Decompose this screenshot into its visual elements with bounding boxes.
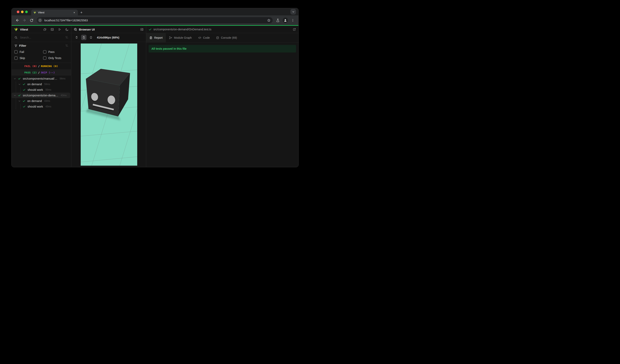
chevron-down-icon[interactable] [18,100,21,102]
url-text[interactable]: localhost:5173/#/?file=1828625563 [44,19,266,22]
pass-check-icon [23,83,25,86]
tab-strip: Vitest × + [12,8,298,15]
checkbox[interactable] [43,57,46,60]
device-toolbar: 414x896px (68%) [71,33,146,42]
test-duration: 43ms [44,100,50,102]
test-duration: 43ms [45,105,51,108]
site-info-icon[interactable] [38,18,43,23]
pass-check-icon [18,94,21,97]
running-count: RUNNING (0) [41,65,58,68]
run-all-play-icon[interactable] [58,28,61,31]
tab-report[interactable]: Report [146,33,166,42]
separator: / [38,71,40,74]
separator: / [38,65,40,68]
vitest-favicon-icon [33,11,36,14]
close-window-button[interactable] [17,11,19,13]
report-content: All tests passed in this file [146,43,298,167]
checkbox-label: Skip [20,57,25,60]
test-tree-row-suite[interactable]: on demand43ms [12,98,70,104]
test-tree-row-file[interactable]: src/components/manual/…56ms [12,76,70,81]
pass-check-icon [18,77,21,80]
browser-window: Vitest × + localhost:5173/#/?file=182862… [11,8,299,167]
chevron-down-icon[interactable] [14,77,16,80]
tab-console[interactable]: Console (69) [213,33,240,42]
pass-count: PASS (2) [24,71,37,74]
url-bar[interactable]: localhost:5173/#/?file=1828625563 [37,17,273,23]
tested-app-viewport[interactable] [81,44,137,166]
fail-count: FAIL (0) [24,65,37,68]
experiments-flask-icon[interactable] [275,17,281,24]
test-file-path: src/components/on-demand/OnDemand.test.t… [154,28,211,31]
browser-preview-panel: Browser UI 414x896px [71,26,146,167]
test-tree-row-file[interactable]: src/components/on-dema…43ms [12,93,70,98]
device-phone-icon[interactable] [74,35,79,40]
collapse-windows-icon[interactable] [43,28,46,31]
results-panel: src/components/on-demand/OnDemand.test.t… [146,26,298,167]
tree-indent-guide [16,81,16,93]
filter-checkbox-fail[interactable]: Fail [14,50,43,54]
checkbox[interactable] [14,50,17,54]
checkbox-label: Fail [20,50,24,54]
chevron-down-icon[interactable] [14,94,16,97]
search-input[interactable] [20,36,63,39]
tab-label: Report [154,36,163,39]
forward-button[interactable] [21,17,28,24]
bookmark-star-icon[interactable] [267,19,271,22]
preview-title: Browser UI [79,28,95,31]
tab-search-button[interactable] [290,9,296,15]
device-tablet-icon[interactable] [88,35,94,40]
tab-close-icon[interactable]: × [73,11,76,14]
tab-label: Module Graph [174,36,192,39]
vitest-logo-icon [14,27,18,31]
filter-checkbox-pass[interactable]: Pass [43,50,68,54]
tab-code[interactable]: Code [195,33,213,42]
tab-title: Vitest [38,11,44,14]
minimize-window-button[interactable] [21,11,24,13]
pass-check-icon [23,105,26,108]
dashboard-icon[interactable] [50,28,54,31]
search-icon [14,36,17,39]
filter-section: Filter Fail Pass [12,42,71,63]
skip-count: SKIP (--) [41,71,55,74]
new-tab-button[interactable]: + [80,11,82,14]
summary-line-fail-running: FAIL (0) / RUNNING (0) [12,63,71,70]
open-external-link-icon[interactable] [293,28,296,31]
back-button[interactable] [14,17,20,24]
summary-line-pass-skip: PASS (2) / SKIP (--) [12,70,71,75]
clear-filter-icon[interactable] [65,44,68,47]
results-tabs: Report Module Graph Code Console (69) [146,33,298,43]
chevron-down-icon[interactable] [18,83,21,86]
tree-indent-guide [20,104,21,109]
checkbox-label: Only Tests [48,57,61,60]
tree-indent-guide [20,87,21,93]
tab-label: Console (69) [221,36,237,39]
tab-label: Code [203,36,210,39]
device-phone-add-icon[interactable] [81,35,87,40]
profile-avatar[interactable] [283,17,288,23]
robot-cube-scene [81,44,137,166]
vitest-ui-page: Vitest [12,25,298,167]
test-tree-row-suite[interactable]: on demand56ms [12,81,70,87]
tab-module-graph[interactable]: Module Graph [166,33,195,42]
dark-mode-moon-icon[interactable] [65,28,69,31]
reload-button[interactable] [28,17,35,24]
window-controls [17,8,28,15]
filter-title: Filter [19,44,26,47]
pass-check-icon [23,88,26,91]
preview-viewport-area [71,42,146,167]
clear-filter-icon[interactable] [65,36,68,39]
sidebar: Vitest [12,26,71,167]
dock-panel-right-icon[interactable] [140,28,144,31]
filter-checkbox-only-tests[interactable]: Only Tests [43,57,68,60]
tree-indent-guide [16,98,16,109]
viewport-size-label: 414x896px (68%) [97,36,119,39]
checkbox[interactable] [43,50,46,54]
test-duration: 55ms [45,88,51,91]
filter-checkbox-skip[interactable]: Skip [14,57,43,60]
test-label: src/components/manual/… [23,77,57,80]
globe-icon [74,28,77,31]
checkbox[interactable] [14,57,17,60]
menu-dots-icon[interactable] [290,17,296,24]
maximize-window-button[interactable] [25,11,28,13]
browser-tab[interactable]: Vitest × [31,10,78,15]
